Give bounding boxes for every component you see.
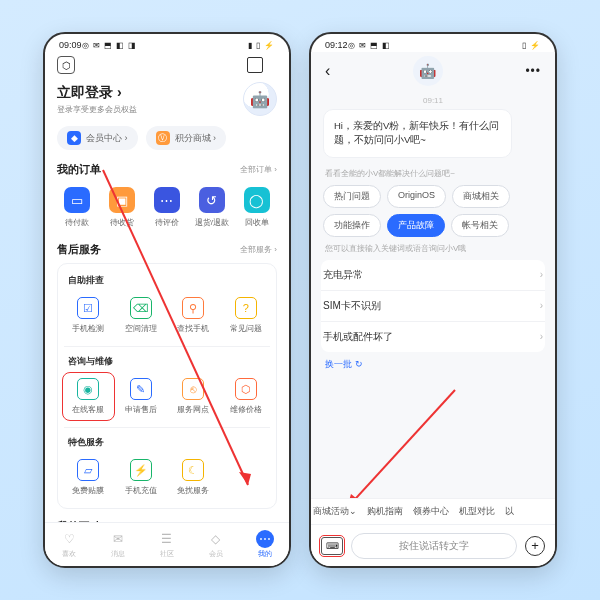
status-icons-right-r: ▯ ⚡: [522, 41, 541, 50]
consult-title: 咨询与维修: [68, 355, 270, 368]
bot-avatar: 🤖: [413, 56, 443, 86]
nav-member[interactable]: ◇会员: [207, 530, 225, 559]
status-time-r: 09:12: [325, 40, 348, 50]
service-card: 自助排查 ☑手机检测 ⌫空间清理 ⚲查找手机 ?常见问题 咨询与维修 ◉在线客服…: [57, 263, 277, 509]
self-faq[interactable]: ?常见问题: [222, 293, 271, 338]
service-title: 售后服务: [57, 242, 101, 257]
self-find-phone[interactable]: ⚲查找手机: [169, 293, 218, 338]
consult-repair-price[interactable]: ⬡维修价格: [222, 374, 271, 419]
order-pending-pay[interactable]: ▭待付款: [57, 183, 98, 232]
sug-guide[interactable]: 购机指南: [367, 505, 403, 518]
cart-icon[interactable]: [247, 57, 263, 73]
phone-left: 09:09 ◎ ✉ ⬒ ◧ ◨ ▮ ▯ ⚡ ⬡ 立即登录 › 登录享受更多会员权…: [43, 32, 291, 568]
nav-like[interactable]: ♡喜欢: [60, 530, 78, 559]
phone-right: 09:12 ◎ ✉ ⬒ ◧ ▯ ⚡ ‹ 🤖 ••• 09:11 Hi，亲爱的V粉…: [309, 32, 557, 568]
sug-compare[interactable]: 机型对比: [459, 505, 495, 518]
keyboard-toggle-icon[interactable]: ⌨: [321, 537, 343, 555]
topic-chips: 热门问题 OriginOS 商城相关 功能操作 产品故障 帐号相关: [323, 185, 543, 237]
self-space-clean[interactable]: ⌫空间清理: [117, 293, 166, 338]
orders-title: 我的订单: [57, 162, 101, 177]
order-pending-review[interactable]: ⋯待评价: [147, 183, 188, 232]
chip-hot[interactable]: 热门问题: [323, 185, 381, 208]
annotation-arrow-right: [335, 380, 475, 498]
voice-input[interactable]: 按住说话转文字: [351, 533, 517, 559]
greeting-bubble: Hi，亲爱的V粉，新年快乐！有什么问题，不妨问问小V吧~: [323, 109, 512, 158]
svg-line-2: [347, 390, 455, 498]
pill-points-mall[interactable]: Ⓥ 积分商城 ›: [146, 126, 227, 150]
pill-points-label: 积分商城 ›: [175, 132, 217, 145]
chat-timestamp: 09:11: [323, 96, 543, 105]
more-button[interactable]: •••: [525, 64, 541, 78]
feature-title: 特色服务: [68, 436, 270, 449]
service-more[interactable]: 全部服务 ›: [240, 244, 277, 255]
coin-icon: Ⓥ: [156, 131, 170, 145]
faq-charge[interactable]: 充电异常›: [321, 260, 545, 290]
nav-me[interactable]: ⋯我的: [256, 530, 274, 559]
suggestion-row: 商城活动⌄ 购机指南 领券中心 机型对比 以: [311, 498, 555, 524]
sug-more[interactable]: 以: [505, 505, 514, 518]
pill-member-label: 会员中心 ›: [86, 132, 128, 145]
sug-mall-activity[interactable]: 商城活动⌄: [313, 505, 357, 518]
faq-broken[interactable]: 手机或配件坏了›: [321, 322, 545, 352]
pill-member-center[interactable]: ◆ 会员中心 ›: [57, 126, 138, 150]
nav-msg[interactable]: ✉消息: [109, 530, 127, 559]
feature-dnd[interactable]: ☾免扰服务: [169, 455, 218, 500]
back-button[interactable]: ‹: [325, 62, 330, 80]
feature-free-film[interactable]: ▱免费贴膜: [64, 455, 113, 500]
avatar[interactable]: 🤖: [243, 82, 277, 116]
diamond-icon: ◆: [67, 131, 81, 145]
chip-function[interactable]: 功能操作: [323, 214, 381, 237]
hint-2: 您可以直接输入关键词或语音询问小V哦: [325, 243, 541, 254]
status-icons-right: ▮ ▯ ⚡: [248, 41, 275, 50]
status-bar: 09:09 ◎ ✉ ⬒ ◧ ◨ ▮ ▯ ⚡: [45, 34, 289, 52]
consult-service-point[interactable]: ⎋服务网点: [169, 374, 218, 419]
status-icons-left-r: ◎ ✉ ⬒ ◧: [348, 41, 392, 50]
order-return[interactable]: ↺退货/退款: [191, 183, 232, 232]
input-bar: ⌨ 按住说话转文字 +: [311, 524, 555, 566]
orders-more[interactable]: 全部订单 ›: [240, 164, 277, 175]
refresh-button[interactable]: 换一批 ↻: [325, 358, 541, 371]
bottom-nav: ♡喜欢 ✉消息 ☰社区 ◇会员 ⋯我的: [45, 522, 289, 566]
status-icons-left: ◎ ✉ ⬒ ◧ ◨: [82, 41, 138, 50]
chevron-right-icon: ›: [540, 300, 543, 311]
faq-sim[interactable]: SIM卡不识别›: [321, 291, 545, 321]
consult-online-service[interactable]: ◉在线客服: [64, 374, 113, 419]
hint-1: 看看全能的小V都能解决什么问题吧~: [325, 168, 541, 179]
add-button[interactable]: +: [525, 536, 545, 556]
login-button[interactable]: 立即登录 ›: [57, 84, 137, 102]
self-check-title: 自助排查: [68, 274, 270, 287]
sug-coupon[interactable]: 领券中心: [413, 505, 449, 518]
status-bar-r: 09:12 ◎ ✉ ⬒ ◧ ▯ ⚡: [311, 34, 555, 52]
svg-marker-3: [347, 494, 361, 498]
chat-content: ‹ 🤖 ••• 09:11 Hi，亲爱的V粉，新年快乐！有什么问题，不妨问问小V…: [311, 52, 555, 498]
order-pending-receive[interactable]: ▣待收货: [102, 183, 143, 232]
chevron-right-icon: ›: [540, 331, 543, 342]
chevron-right-icon: ›: [540, 269, 543, 280]
self-phone-check[interactable]: ☑手机检测: [64, 293, 113, 338]
settings-icon[interactable]: ⬡: [57, 56, 75, 74]
order-recycle[interactable]: ◯回收单: [236, 183, 277, 232]
interact-title: 我的互动: [57, 519, 101, 522]
status-time: 09:09: [59, 40, 82, 50]
consult-apply-aftersale[interactable]: ✎申请售后: [117, 374, 166, 419]
chip-account[interactable]: 帐号相关: [451, 214, 509, 237]
chip-fault[interactable]: 产品故障: [387, 214, 445, 237]
chip-originos[interactable]: OriginOS: [387, 185, 446, 208]
orders-grid: ▭待付款 ▣待收货 ⋯待评价 ↺退货/退款 ◯回收单: [57, 183, 277, 232]
chip-mall[interactable]: 商城相关: [452, 185, 510, 208]
login-subtitle: 登录享受更多会员权益: [57, 104, 137, 115]
content-left: ⬡ 立即登录 › 登录享受更多会员权益 🤖 ◆ 会员中心 › Ⓥ 积分商城 ›: [45, 52, 289, 522]
nav-community[interactable]: ☰社区: [158, 530, 176, 559]
feature-recharge[interactable]: ⚡手机充值: [117, 455, 166, 500]
